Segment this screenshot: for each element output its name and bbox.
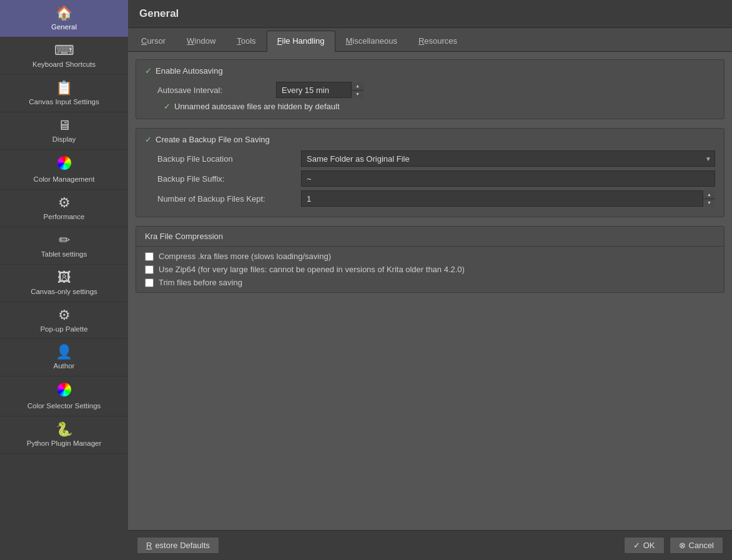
keyboard-icon: ⌨ [54,44,74,57]
tab-window[interactable]: Window [176,31,226,51]
sidebar-label-display: Display [52,135,76,144]
autosave-checkmark: ✓ [145,66,152,76]
autosave-header: ✓ Enable Autosaving [145,66,715,76]
tab-tools[interactable]: Tools [226,31,266,51]
tab-cursor[interactable]: Cursor [131,31,176,51]
unnamed-checkmark: ✓ [164,102,171,111]
tabs-bar: Cursor Window Tools File Handling Miscel… [128,28,732,52]
kra-title: Kra File Compression [136,227,724,247]
kra-zip64-label[interactable]: Use Zip64 (for very large files: cannot … [159,265,465,274]
tablet-icon: ✏ [59,233,70,247]
dialog-buttons: ✓ OK ⊗ Cancel [624,537,723,554]
autosave-interval-spinner: ▲ ▼ [276,82,364,98]
kra-trim-row: Trim files before saving [145,278,715,287]
cancel-button[interactable]: ⊗ Cancel [670,537,723,554]
kra-trim-label[interactable]: Trim files before saving [159,278,242,287]
bottom-bar: Restore Defaults ✓ OK ⊗ Cancel [128,530,732,560]
sidebar-item-python-plugin-manager[interactable]: 🐍 Python Plugin Manager [0,416,128,454]
sidebar-label-tablet-settings: Tablet settings [41,250,87,259]
autosave-interval-input[interactable] [276,82,364,98]
sidebar-item-canvas-input-settings[interactable]: 📋 Canvas Input Settings [0,75,128,112]
backup-num-files-input[interactable] [301,190,715,207]
backup-num-up[interactable]: ▲ [703,190,715,199]
sidebar-item-display[interactable]: 🖥 Display [0,112,128,150]
tab-miscellaneous[interactable]: Miscellaneous [335,31,408,51]
backup-num-files-row: Number of Backup Files Kept: ▲ ▼ [145,190,715,207]
kra-options: Compress .kra files more (slows loading/… [136,247,724,292]
main-content: General Cursor Window Tools File Handlin… [128,0,732,560]
sidebar-label-performance: Performance [44,212,85,222]
sidebar-item-keyboard-shortcuts[interactable]: ⌨ Keyboard Shortcuts [0,37,128,75]
kra-zip64-checkbox[interactable] [145,265,154,274]
kra-section: Kra File Compression Compress .kra files… [136,226,725,293]
sidebar-item-performance[interactable]: ⚙ Performance [0,190,128,227]
autosave-interval-up[interactable]: ▲ [352,82,364,91]
unnamed-files-label[interactable]: Unnamed autosave files are hidden by def… [174,102,340,111]
autosave-section: ✓ Enable Autosaving Autosave Interval: ▲… [136,59,725,119]
backup-suffix-row: Backup File Suffix: [145,170,715,187]
autosave-interval-label: Autosave Interval: [157,86,270,95]
popup-palette-icon: ⚙ [58,308,71,322]
kra-compress-label[interactable]: Compress .kra files more (slows loading/… [159,252,331,261]
content-area: ✓ Enable Autosaving Autosave Interval: ▲… [128,52,732,530]
backup-location-select-wrapper: Same Folder as Original File Custom Fold… [301,150,715,167]
tab-resources[interactable]: Resources [408,31,468,51]
kra-trim-checkbox[interactable] [145,278,154,287]
sidebar-item-color-selector-settings[interactable]: Color Selector Settings [0,376,128,416]
sidebar-label-canvas-only-settings: Canvas-only settings [31,287,97,297]
backup-suffix-label: Backup File Suffix: [157,174,295,184]
author-icon: 👤 [56,345,72,359]
sidebar-label-canvas-input-settings: Canvas Input Settings [29,97,99,107]
unnamed-files-row: ✓ Unnamed autosave files are hidden by d… [145,102,715,111]
sidebar-item-general[interactable]: 🏠 General [0,0,128,37]
backup-num-files-label: Number of Backup Files Kept: [157,194,295,204]
backup-create-label[interactable]: Create a Backup File on Saving [156,135,270,144]
sidebar-label-general: General [51,22,77,32]
python-icon: 🐍 [56,423,72,436]
autosave-interval-buttons: ▲ ▼ [351,82,364,98]
tab-file-handling[interactable]: File Handling [267,31,335,52]
sidebar-label-color-selector-settings: Color Selector Settings [27,401,101,411]
performance-icon: ⚙ [58,196,71,210]
canvas-input-icon: 📋 [56,81,72,95]
autosave-enable-label[interactable]: Enable Autosaving [156,66,223,76]
backup-location-row: Backup File Location Same Folder as Orig… [145,150,715,167]
ok-button[interactable]: ✓ OK [624,537,665,554]
kra-zip64-row: Use Zip64 (for very large files: cannot … [145,265,715,274]
display-icon: 🖥 [57,119,71,132]
backup-num-files-wrapper: ▲ ▼ [301,190,715,207]
sidebar-item-color-management[interactable]: Color Management [0,150,128,190]
sidebar-item-author[interactable]: 👤 Author [0,339,128,376]
sidebar-label-color-management: Color Management [34,175,95,184]
sidebar-item-popup-palette[interactable]: ⚙ Pop-up Palette [0,302,128,340]
sidebar-label-keyboard-shortcuts: Keyboard Shortcuts [32,60,96,69]
backup-num-down[interactable]: ▼ [703,199,715,207]
backup-suffix-input[interactable] [301,170,715,187]
sidebar-item-canvas-only-settings[interactable]: 🖼 Canvas-only settings [0,265,128,302]
sidebar-label-python-plugin-manager: Python Plugin Manager [27,439,102,448]
page-title: General [128,0,732,28]
backup-section: ✓ Create a Backup File on Saving Backup … [136,128,725,217]
backup-checkmark: ✓ [145,135,152,144]
autosave-interval-row: Autosave Interval: ▲ ▼ [145,82,715,98]
restore-defaults-button[interactable]: Restore Defaults [137,537,219,554]
sidebar-label-author: Author [54,361,75,371]
autosave-interval-down[interactable]: ▼ [352,91,364,99]
color-selector-icon [57,383,71,399]
color-management-icon [57,156,71,172]
backup-num-files-spinner: ▲ ▼ [703,190,715,207]
backup-header: ✓ Create a Backup File on Saving [145,135,715,144]
sidebar-item-tablet-settings[interactable]: ✏ Tablet settings [0,227,128,265]
backup-location-label: Backup File Location [157,154,295,164]
home-icon: 🏠 [56,6,72,20]
backup-location-select[interactable]: Same Folder as Original File Custom Fold… [301,150,715,167]
kra-compress-checkbox[interactable] [145,252,154,261]
kra-compress-row: Compress .kra files more (slows loading/… [145,252,715,261]
sidebar: 🏠 General ⌨ Keyboard Shortcuts 📋 Canvas … [0,0,128,560]
canvas-only-icon: 🖼 [57,271,71,285]
sidebar-label-popup-palette: Pop-up Palette [40,325,87,334]
